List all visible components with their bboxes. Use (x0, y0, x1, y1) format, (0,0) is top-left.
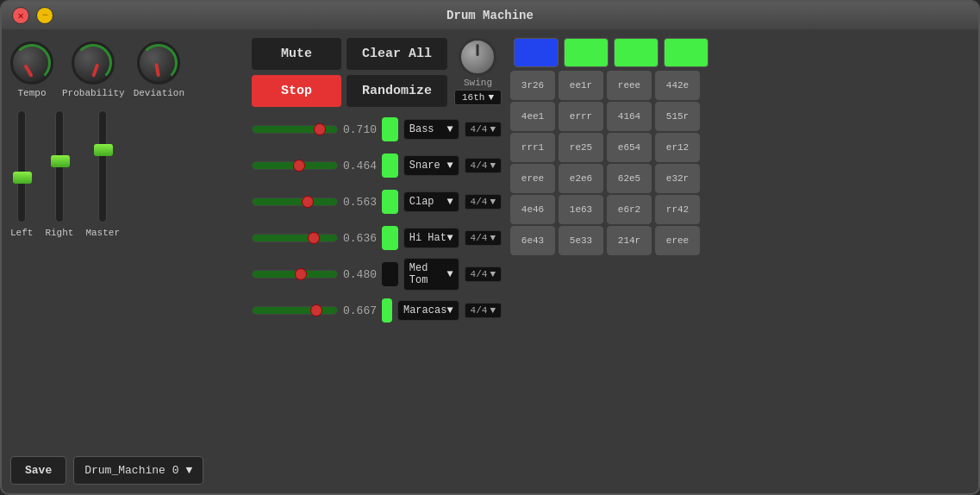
tempo-knob[interactable] (10, 41, 53, 85)
tempo-knob-container: Tempo (10, 41, 53, 98)
maracas-step-3[interactable]: eree (655, 226, 700, 255)
medtom-active-button[interactable] (382, 262, 398, 286)
snare-active-button[interactable] (382, 154, 398, 178)
hihat-step-1[interactable]: e2e6 (559, 164, 603, 193)
bass-value: 0.710 (343, 123, 377, 136)
medtom-step-0[interactable]: 4e46 (510, 195, 555, 224)
hihat-step-3[interactable]: e32r (655, 164, 700, 193)
left-fader-thumb[interactable] (13, 172, 32, 184)
maracas-name-select[interactable]: Maracas ▼ (397, 300, 459, 321)
maracas-slider[interactable] (252, 306, 338, 315)
maracas-step-2[interactable]: 214r (607, 226, 652, 255)
medtom-value: 0.480 (343, 268, 377, 281)
randomize-button[interactable]: Randomize (346, 75, 447, 107)
stop-button[interactable]: Stop (252, 75, 341, 107)
clap-step-2[interactable]: e654 (607, 133, 652, 162)
medtom-chevron-icon: ▼ (446, 268, 453, 280)
clap-step-3[interactable]: er12 (655, 133, 700, 162)
header-pad-2[interactable] (614, 38, 659, 67)
snare-value: 0.464 (343, 160, 377, 172)
bass-time-sig[interactable]: 4/4 ▼ (465, 122, 502, 137)
bass-step-2[interactable]: reee (607, 71, 652, 100)
clap-time-sig[interactable]: 4/4 ▼ (465, 194, 502, 210)
mute-button[interactable]: Mute (252, 38, 341, 70)
bass-slider[interactable] (252, 125, 338, 134)
right-fader-container: Right (45, 110, 73, 238)
left-fader-track[interactable] (17, 110, 26, 222)
tempo-label: Tempo (17, 88, 46, 98)
swing-chevron-icon: ▼ (488, 92, 494, 103)
header-pad-3[interactable] (664, 38, 708, 67)
step-row-maracas: 6e43 5e33 214r eree (510, 226, 970, 255)
snare-time-sig[interactable]: 4/4 ▼ (465, 158, 502, 173)
hihat-slider-area (252, 234, 338, 242)
bass-step-0[interactable]: 3r26 (510, 71, 555, 100)
close-button[interactable]: ✕ (12, 7, 29, 24)
right-fader-track[interactable] (55, 110, 64, 222)
medtom-name: Med Tom (409, 262, 447, 286)
bass-name: Bass (409, 123, 434, 135)
snare-slider-thumb[interactable] (293, 160, 305, 172)
save-button[interactable]: Save (10, 456, 66, 485)
master-fader-thumb[interactable] (94, 144, 113, 156)
swing-value-select[interactable]: 16th ▼ (454, 90, 502, 105)
maracas-slider-thumb[interactable] (310, 304, 322, 316)
probability-knob[interactable] (72, 41, 115, 85)
swing-knob[interactable] (459, 38, 496, 76)
clap-slider[interactable] (252, 197, 338, 206)
medtom-name-select[interactable]: Med Tom ▼ (403, 258, 459, 291)
maracas-active-button[interactable] (382, 298, 392, 323)
clap-name-select[interactable]: Clap ▼ (403, 191, 459, 212)
snare-step-2[interactable]: 4164 (607, 102, 652, 131)
hihat-ts-chevron: ▼ (490, 233, 496, 243)
medtom-step-3[interactable]: rr42 (655, 195, 700, 224)
clap-step-0[interactable]: rrr1 (510, 133, 555, 162)
main-window: ✕ − Drum Machine Tempo Probabilit (0, 0, 980, 495)
maracas-step-1[interactable]: 5e33 (559, 226, 603, 255)
snare-step-0[interactable]: 4ee1 (510, 102, 555, 131)
maracas-step-0[interactable]: 6e43 (510, 226, 555, 255)
maracas-chevron-icon: ▼ (446, 304, 453, 316)
header-pad-1[interactable] (564, 38, 609, 67)
deviation-knob[interactable] (137, 41, 180, 85)
clap-slider-thumb[interactable] (302, 196, 314, 208)
medtom-step-1[interactable]: 1e63 (559, 195, 603, 224)
hihat-time-sig[interactable]: 4/4 ▼ (465, 230, 502, 246)
snare-step-1[interactable]: errr (559, 102, 603, 131)
right-fader-thumb[interactable] (51, 155, 70, 167)
clap-chevron-icon: ▼ (446, 196, 453, 208)
probability-ring (74, 44, 112, 82)
bass-name-select[interactable]: Bass ▼ (403, 119, 459, 140)
bass-step-3[interactable]: 442e (655, 71, 700, 100)
hihat-step-2[interactable]: 62e5 (607, 164, 652, 193)
clap-value: 0.563 (343, 196, 377, 209)
snare-name-select[interactable]: Snare ▼ (403, 155, 459, 176)
preset-select[interactable]: Drum_Machine 0 ▼ (73, 456, 203, 485)
medtom-step-2[interactable]: e6r2 (607, 195, 652, 224)
deviation-knob-container: Deviation (134, 41, 184, 98)
medtom-time-sig[interactable]: 4/4 ▼ (465, 266, 502, 282)
snare-chevron-icon: ▼ (446, 160, 453, 172)
clap-active-button[interactable] (382, 190, 398, 214)
master-fader-track[interactable] (98, 110, 107, 222)
clear-all-button[interactable]: Clear All (346, 38, 447, 70)
snare-slider[interactable] (252, 161, 338, 170)
main-content: Tempo Probability Deviation (2, 29, 978, 493)
bass-active-button[interactable] (382, 117, 398, 141)
hihat-active-button[interactable] (382, 226, 398, 250)
hihat-name-select[interactable]: Hi Hat ▼ (403, 228, 459, 248)
clap-step-1[interactable]: re25 (559, 133, 603, 162)
bass-slider-thumb[interactable] (314, 123, 326, 135)
medtom-slider[interactable] (252, 270, 338, 279)
minimize-button[interactable]: − (36, 7, 53, 24)
snare-step-3[interactable]: 515r (655, 102, 700, 131)
header-pad-0[interactable] (514, 38, 559, 67)
hihat-slider[interactable] (252, 234, 338, 242)
hihat-slider-thumb[interactable] (308, 232, 320, 244)
medtom-slider-thumb[interactable] (295, 268, 307, 280)
swing-label: Swing (464, 78, 492, 88)
hihat-step-0[interactable]: eree (510, 164, 555, 193)
bass-step-1[interactable]: ee1r (559, 71, 603, 100)
maracas-time-sig[interactable]: 4/4 ▼ (465, 303, 502, 318)
bass-chevron-icon: ▼ (446, 123, 453, 135)
